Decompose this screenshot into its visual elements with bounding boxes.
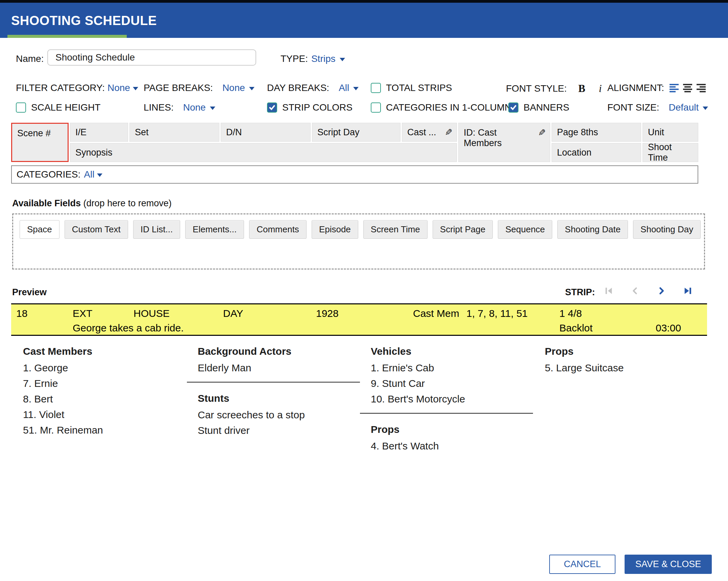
previous-strip-icon[interactable] <box>630 286 640 296</box>
column-label: Synopsis <box>75 147 113 158</box>
column-page-8ths[interactable]: Page 8ths <box>552 123 641 142</box>
total-strips-checkbox[interactable] <box>371 83 381 93</box>
scale-height-label: SCALE HEIGHT <box>31 102 100 113</box>
column-location[interactable]: Location <box>552 143 641 162</box>
categories-1col-option[interactable]: CATEGORIES IN 1-COLUMN <box>371 102 511 113</box>
field-sequence[interactable]: Sequence <box>498 220 552 239</box>
element-group-title: Background Actors <box>187 346 360 357</box>
column-label: Scene # <box>17 128 51 139</box>
element-item: 5. Large Suitcase <box>534 362 707 374</box>
strip-dn: DAY <box>223 308 243 319</box>
total-strips-option[interactable]: TOTAL STRIPS <box>371 83 452 93</box>
column-label: Set <box>135 127 149 138</box>
filter-category-dropdown[interactable]: FILTER CATEGORY: None <box>16 83 138 93</box>
categories-1col-checkbox[interactable] <box>371 102 381 113</box>
name-input[interactable] <box>47 49 256 66</box>
preview-heading: Preview <box>12 287 47 298</box>
element-column-3: Vehicles 1. Ernie's Cab 9. Stunt Car 10.… <box>360 346 533 456</box>
scale-height-option[interactable]: SCALE HEIGHT <box>16 102 100 113</box>
lines-value[interactable]: None <box>183 102 206 113</box>
column-dn[interactable]: D/N <box>221 123 311 142</box>
available-fields-title: Available Fields <box>12 198 81 208</box>
column-label: ID: Cast Members <box>464 127 533 148</box>
section-divider <box>360 413 533 414</box>
column-script-day[interactable]: Script Day <box>312 123 401 142</box>
banners-option[interactable]: BANNERS <box>508 102 569 113</box>
page-breaks-dropdown[interactable]: PAGE BREAKS: None <box>144 83 254 93</box>
edit-pencil-icon[interactable]: ✎ <box>445 127 453 138</box>
available-fields-hint: (drop here to remove) <box>83 198 172 208</box>
field-shooting-day[interactable]: Shooting Day <box>633 220 701 239</box>
column-label: I/E <box>75 127 87 138</box>
day-breaks-value[interactable]: All <box>339 83 349 93</box>
column-id-cast-members[interactable]: ID: Cast Members ✎ <box>458 123 550 162</box>
next-strip-icon[interactable] <box>656 286 666 296</box>
chevron-down-icon <box>340 58 345 61</box>
categories-1col-label: CATEGORIES IN 1-COLUMN <box>386 102 511 113</box>
strip-shoot-time: 03:00 <box>656 322 681 334</box>
field-shooting-date[interactable]: Shooting Date <box>557 220 628 239</box>
total-strips-label: TOTAL STRIPS <box>386 83 452 93</box>
field-script-page[interactable]: Script Page <box>433 220 493 239</box>
element-item: 7. Ernie <box>12 378 185 389</box>
strip-cast-ids: 1, 7, 8, 11, 51 <box>466 308 528 319</box>
banners-checkbox[interactable] <box>508 102 518 113</box>
field-episode[interactable]: Episode <box>312 220 358 239</box>
available-fields-drop-zone[interactable]: Space Custom Text ID List... Elements...… <box>12 213 705 270</box>
page-title: SHOOTING SCHEDULE <box>11 14 157 28</box>
chevron-down-icon <box>97 173 102 177</box>
filter-category-value[interactable]: None <box>107 83 130 93</box>
page-breaks-value[interactable]: None <box>222 83 245 93</box>
element-item: 9. Stunt Car <box>360 378 533 389</box>
column-scene-number[interactable]: Scene # <box>11 123 69 162</box>
align-center-icon[interactable] <box>683 84 692 92</box>
field-id-list[interactable]: ID List... <box>133 220 180 239</box>
strip-layout-table: Scene # I/E Set D/N Script Day Cast ... … <box>11 123 698 162</box>
last-strip-icon[interactable] <box>683 286 693 296</box>
scale-height-checkbox[interactable] <box>16 102 26 113</box>
page-breaks-label: PAGE BREAKS: <box>144 83 213 93</box>
preview-strip: 18 EXT HOUSE DAY 1928 Cast Mem 1, 7, 8, … <box>11 303 707 336</box>
italic-button[interactable]: i <box>599 83 602 95</box>
element-item: 10. Bert's Motorcycle <box>360 393 533 405</box>
strip-scene-number: 18 <box>16 308 27 319</box>
categories-bar: CATEGORIES: All <box>11 165 698 184</box>
day-breaks-dropdown[interactable]: DAY BREAKS: All <box>267 83 359 93</box>
column-cast[interactable]: Cast ... ✎ <box>402 123 457 142</box>
element-column-1: Cast Members 1. George 7. Ernie 8. Bert … <box>12 346 185 440</box>
lines-dropdown[interactable]: LINES: None <box>144 102 215 113</box>
column-shoot-time[interactable]: Shoot Time <box>642 143 698 162</box>
column-ie[interactable]: I/E <box>70 123 128 142</box>
categories-value[interactable]: All <box>84 169 94 180</box>
strip-ie: EXT <box>73 308 92 319</box>
first-strip-icon[interactable] <box>604 286 614 296</box>
type-value[interactable]: Strips <box>311 53 336 64</box>
chevron-down-icon <box>133 87 138 90</box>
alignment-buttons <box>670 84 706 92</box>
field-screen-time[interactable]: Screen Time <box>363 220 428 239</box>
column-synopsis[interactable]: Synopsis <box>70 143 457 162</box>
align-right-icon[interactable] <box>697 84 706 92</box>
column-unit[interactable]: Unit <box>642 123 698 142</box>
cancel-button[interactable]: CANCEL <box>549 555 615 574</box>
field-elements[interactable]: Elements... <box>185 220 244 239</box>
strip-colors-option[interactable]: STRIP COLORS <box>267 102 353 113</box>
field-custom-text[interactable]: Custom Text <box>65 220 128 239</box>
save-close-button[interactable]: SAVE & CLOSE <box>625 555 712 574</box>
align-left-icon[interactable] <box>670 84 679 92</box>
element-column-4: Props 5. Large Suitcase <box>534 346 707 378</box>
font-size-value[interactable]: Default <box>669 102 699 113</box>
strip-location: Backlot <box>559 322 592 334</box>
field-space[interactable]: Space <box>20 220 59 239</box>
column-label: Cast ... <box>407 127 436 138</box>
strip-script-day: 1928 <box>316 308 339 319</box>
bold-button[interactable]: B <box>578 83 585 95</box>
type-dropdown[interactable]: TYPE: Strips <box>281 53 345 64</box>
field-comments[interactable]: Comments <box>249 220 307 239</box>
column-set[interactable]: Set <box>129 123 219 142</box>
font-size-dropdown[interactable]: FONT SIZE: Default <box>607 102 708 113</box>
column-label: Script Day <box>317 127 360 138</box>
alignment-group: ALIGNMENT: <box>607 83 706 93</box>
strip-colors-checkbox[interactable] <box>267 102 277 113</box>
edit-pencil-icon[interactable]: ✎ <box>538 127 546 138</box>
